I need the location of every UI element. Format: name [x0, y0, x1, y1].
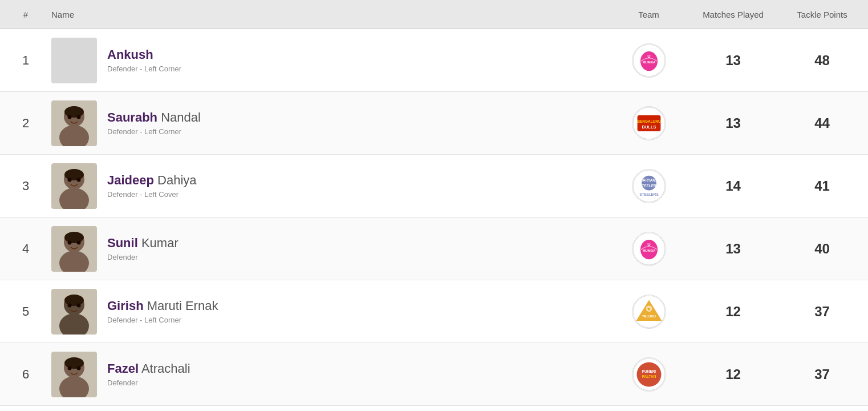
- svg-point-7: [64, 106, 84, 118]
- header-name: Name: [46, 10, 613, 19]
- svg-point-30: [77, 240, 81, 244]
- table-header: # Name Team Matches Played Tackle Points: [0, 0, 868, 29]
- team-logo-cell: BENGALURU BULLS: [613, 106, 684, 140]
- player-role: Defender - Left Corner: [107, 65, 181, 73]
- tackle-points-cell: 40: [782, 241, 862, 257]
- tackle-points-cell: 37: [782, 304, 862, 320]
- player-role: Defender: [107, 253, 179, 261]
- svg-text:BENGALURU: BENGALURU: [637, 119, 660, 123]
- svg-text:HARYANA: HARYANA: [640, 178, 658, 182]
- rank-number: 3: [6, 179, 46, 194]
- player-info-cell: Sunil Kumar Defender: [46, 226, 613, 272]
- svg-point-49: [64, 357, 84, 369]
- player-role: Defender - Left Cover: [107, 190, 197, 199]
- svg-text:STEELERS: STEELERS: [639, 184, 659, 188]
- tackle-points-cell: 44: [782, 115, 862, 131]
- player-avatar: [51, 38, 97, 83]
- player-name: Sunil Kumar: [107, 236, 179, 251]
- player-avatar: [51, 100, 97, 146]
- player-text: Fazel Atrachali Defender: [107, 361, 190, 387]
- player-last-name: Dahiya: [157, 173, 196, 187]
- tackle-points-cell: 48: [782, 53, 862, 68]
- team-circle: PUNERI PALTAN: [632, 357, 666, 392]
- player-info-cell: Ankush Defender - Left Corner: [46, 38, 613, 83]
- rank-number: 6: [6, 367, 46, 382]
- team-logo-cell: HARYANA STEELERS STEELERS: [613, 169, 684, 203]
- player-last-name: Kumar: [141, 236, 179, 250]
- team-logo-cell: TELUGU ★: [613, 295, 684, 329]
- matches-played-cell: 13: [684, 53, 782, 68]
- player-text: Jaideep Dahiya Defender - Left Cover: [107, 173, 197, 199]
- svg-text:MUMBA: MUMBA: [642, 249, 655, 252]
- player-role: Defender - Left Corner: [107, 316, 218, 324]
- rank-number: 1: [6, 53, 46, 68]
- player-first-name: Sunil: [107, 236, 138, 250]
- player-role: Defender: [107, 378, 190, 387]
- team-logo-cell: U MUMBA: [613, 43, 684, 78]
- table-row[interactable]: 4 Sunil Kumar Defender: [0, 217, 868, 280]
- svg-text:★: ★: [647, 306, 651, 311]
- player-role: Defender - Left Corner: [107, 127, 201, 136]
- team-circle: BENGALURU BULLS: [632, 106, 666, 140]
- svg-point-40: [77, 303, 81, 307]
- player-last-name: Atrachali: [141, 361, 190, 376]
- svg-point-17: [64, 169, 84, 180]
- table-row[interactable]: 6 Fazel Atrachali Defender: [0, 343, 868, 406]
- player-name: Jaideep Dahiya: [107, 173, 197, 188]
- team-circle: HARYANA STEELERS STEELERS: [632, 169, 666, 203]
- svg-text:STEELERS: STEELERS: [639, 192, 659, 196]
- team-circle: U MUMBA: [632, 43, 666, 78]
- matches-value: 13: [725, 53, 741, 68]
- matches-value: 12: [725, 304, 741, 319]
- svg-point-28: [64, 232, 84, 243]
- player-name: Saurabh Nandal: [107, 110, 201, 125]
- matches-played-cell: 12: [684, 304, 782, 320]
- matches-played-cell: 12: [684, 366, 782, 382]
- team-logo-cell: PUNERI PALTAN: [613, 357, 684, 392]
- tackle-value: 37: [814, 366, 830, 382]
- player-text: Girish Maruti Ernak Defender - Left Corn…: [107, 299, 218, 324]
- svg-text:PUNERI: PUNERI: [642, 369, 656, 373]
- svg-point-38: [64, 295, 84, 306]
- tackle-value: 37: [814, 304, 830, 319]
- player-last-name: Nandal: [161, 110, 201, 124]
- table-body: 1 Ankush Defender - Left Corner U MUMBA: [0, 29, 868, 406]
- svg-point-29: [68, 240, 72, 244]
- header-rank: #: [6, 10, 46, 19]
- player-avatar: [51, 163, 97, 209]
- svg-point-19: [77, 178, 81, 182]
- table-row[interactable]: 3 Jaideep Dahiya Defender - Left Cover: [0, 155, 868, 217]
- player-name: Ankush: [107, 47, 181, 62]
- header-matches: Matches Played: [684, 10, 782, 19]
- tackle-value: 40: [814, 241, 830, 256]
- player-text: Ankush Defender - Left Corner: [107, 47, 181, 73]
- player-info-cell: Jaideep Dahiya Defender - Left Cover: [46, 163, 613, 209]
- player-last-name: Maruti Ernak: [147, 299, 218, 313]
- player-first-name: Ankush: [107, 47, 153, 62]
- matches-played-cell: 13: [684, 115, 782, 131]
- matches-value: 13: [725, 115, 741, 131]
- player-first-name: Girish: [107, 299, 144, 313]
- player-first-name: Fazel: [107, 361, 139, 376]
- matches-played-cell: 14: [684, 178, 782, 194]
- svg-point-9: [77, 115, 81, 119]
- svg-point-50: [68, 366, 72, 370]
- player-avatar: [51, 289, 97, 335]
- player-avatar: [51, 226, 97, 272]
- tackle-value: 48: [814, 53, 830, 68]
- table-row[interactable]: 2 Saurabh Nandal Defender - Left Corner: [0, 92, 868, 155]
- tackle-value: 44: [814, 115, 830, 131]
- table-row[interactable]: 1 Ankush Defender - Left Corner U MUMBA: [0, 29, 868, 92]
- svg-text:PALTAN: PALTAN: [642, 374, 656, 378]
- rank-number: 5: [6, 304, 46, 319]
- player-name: Girish Maruti Ernak: [107, 299, 218, 313]
- matches-value: 14: [725, 178, 741, 194]
- player-text: Saurabh Nandal Defender - Left Corner: [107, 110, 201, 136]
- header-team: Team: [613, 10, 684, 19]
- player-avatar: [51, 352, 97, 397]
- matches-played-cell: 13: [684, 241, 782, 257]
- team-circle: U MUMBA: [632, 232, 666, 266]
- matches-value: 13: [725, 241, 741, 256]
- svg-point-51: [77, 366, 81, 370]
- table-row[interactable]: 5 Girish Maruti Ernak Defender - Left Co…: [0, 280, 868, 343]
